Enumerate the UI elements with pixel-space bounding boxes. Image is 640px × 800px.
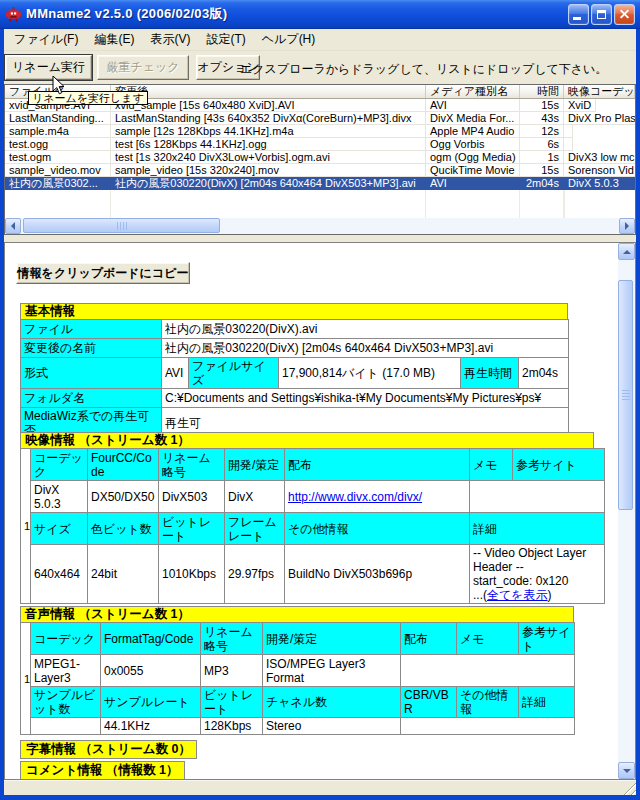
video-fourcc: DX50/DX50 xyxy=(88,481,159,513)
scroll-down-button[interactable] xyxy=(618,762,635,779)
cell-renamed: 社内の風景030220(DivX) [2m04s 640x464 DivX503… xyxy=(111,177,426,190)
window-title: MMname2 v2.5.0 (2006/02/03版) xyxy=(26,5,566,23)
divx-link[interactable]: http://www.divx.com/divx/ xyxy=(288,490,422,504)
value-folder: C:¥Documents and Settings¥ishika-t¥My Do… xyxy=(162,389,569,408)
maximize-button[interactable] xyxy=(591,4,612,25)
value-file: 社内の風景030220(DivX).avi xyxy=(162,320,569,339)
value-format: AVI xyxy=(162,358,189,389)
video-h-distribution: 配布 xyxy=(285,449,470,481)
audio-h-formattag: FormatTag/Code xyxy=(101,623,201,655)
list-item-selected[interactable]: 社内の風景0302... 社内の風景030220(DivX) [2m04s 64… xyxy=(5,177,635,190)
cell-time: 6s xyxy=(520,138,564,151)
list-empty-area xyxy=(5,190,635,218)
chevron-left-icon xyxy=(7,222,15,230)
mouse-cursor-icon xyxy=(52,75,66,96)
file-list: ファイル名 変更後 メディア種別名 時間 映像コーデック xvid_sample… xyxy=(4,84,636,235)
list-item[interactable]: sample_video.mov sample_video [15s 320x2… xyxy=(5,164,635,177)
menu-view[interactable]: 表示(V) xyxy=(142,28,198,51)
status-bar xyxy=(4,780,636,795)
scroll-up-button[interactable] xyxy=(618,243,635,260)
video-h-bitrate: ビットレート xyxy=(159,513,225,545)
video-h-detail: 詳細 xyxy=(470,513,605,545)
copy-to-clipboard-button[interactable]: 情報をクリップボードにコピー xyxy=(16,262,190,284)
video-h-developer: 開発/策定 xyxy=(225,449,285,481)
video-info-header: 映像情報 （ストリーム数 1） xyxy=(20,432,594,449)
audio-codec: MPEG1-Layer3 xyxy=(31,655,101,687)
video-codec: DivX 5.0.3 xyxy=(31,481,88,513)
menu-settings[interactable]: 設定(T) xyxy=(198,28,253,51)
resize-grip[interactable] xyxy=(623,782,636,795)
video-size: 640x464 xyxy=(31,545,88,604)
audio-info-header: 音声情報 （ストリーム数 1） xyxy=(20,606,574,623)
cell-codec: DivX 5.0.3 xyxy=(564,177,624,190)
title-bar: MMname2 v2.5.0 (2006/02/03版) xyxy=(0,0,640,29)
cell-codec xyxy=(564,138,573,151)
vertical-scroll-track[interactable] xyxy=(618,260,635,762)
list-item[interactable]: LastManStanding... LastManStanding [43s … xyxy=(5,112,635,125)
cell-renamed: xvid_sample [15s 640x480 XviD].AVI xyxy=(111,99,426,112)
cell-codec: XviD xyxy=(564,99,596,112)
show-all-link[interactable]: 全てを表示 xyxy=(487,588,548,602)
video-bitrate: 1010Kbps xyxy=(159,545,225,604)
audio-dist-memo-ref-empty xyxy=(401,655,575,687)
audio-samplerate: 44.1KHz xyxy=(101,718,201,735)
chevron-down-icon xyxy=(623,769,631,777)
vertical-scrollbar xyxy=(618,243,635,779)
audio-h-samplebits: サンプルビット数 xyxy=(31,687,101,718)
label-folder: フォルダ名 xyxy=(21,389,162,408)
video-h-renamecode: リネーム略号 xyxy=(159,449,225,481)
video-h-colorbits: 色ビット数 xyxy=(88,513,159,545)
horizontal-scroll-thumb[interactable] xyxy=(23,218,220,233)
video-distribution: http://www.divx.com/divx/ xyxy=(285,481,470,513)
info-panel: 情報をクリップボードにコピー 基本情報 ファイル 社内の風景030220(Div… xyxy=(4,242,636,780)
cell-codec: Sorenson Vid xyxy=(564,164,636,177)
audio-h-channels: チャネル数 xyxy=(263,687,401,718)
menu-help[interactable]: ヘルプ(H) xyxy=(254,28,324,51)
menu-file[interactable]: ファイル(F) xyxy=(6,28,86,51)
video-info-table: 1 コーデック FourCC/Code リネーム略号 開発/策定 配布 メモ 参… xyxy=(20,448,605,604)
label-filesize: ファイルサイズ xyxy=(189,358,279,389)
comment-info-header: コメント情報 （情報数 1） xyxy=(20,761,185,780)
column-header-renamed[interactable]: 変更後 xyxy=(111,85,426,98)
cell-filename: LastManStanding... xyxy=(5,112,111,125)
vertical-scroll-thumb[interactable] xyxy=(618,280,633,510)
video-h-memo: メモ xyxy=(470,449,513,481)
scroll-left-button[interactable] xyxy=(5,218,21,234)
minimize-icon xyxy=(573,17,581,20)
chevron-right-icon xyxy=(625,222,633,230)
audio-info-table: 1 コーデック FormatTag/Code リネーム略号 開発/策定 配布 メ… xyxy=(20,622,575,735)
cell-filename: test.ogm xyxy=(5,151,111,164)
cell-media: DivX Media For... xyxy=(426,112,520,125)
menu-edit[interactable]: 編集(E) xyxy=(86,28,142,51)
cell-time: 15s xyxy=(520,164,564,177)
column-header-media[interactable]: メディア種別名 xyxy=(426,85,520,98)
audio-extra-empty xyxy=(401,718,575,735)
audio-h-other: その他情報 xyxy=(457,687,519,718)
cell-media: ogm (Ogg Media) xyxy=(426,151,520,164)
strict-check-button[interactable]: 厳重チェック xyxy=(97,55,189,80)
minimize-button[interactable] xyxy=(568,4,589,25)
column-header-time[interactable]: 時間 xyxy=(520,85,564,98)
close-button[interactable] xyxy=(614,4,635,25)
window-body: ファイル(F) 編集(E) 表示(V) 設定(T) ヘルプ(H) リネーム実行 … xyxy=(0,29,640,800)
horizontal-scroll-track[interactable] xyxy=(21,218,619,234)
cell-renamed: test [6s 128Kbps 44.1KHz].ogg xyxy=(111,138,426,151)
scroll-right-button[interactable] xyxy=(619,218,635,234)
menu-bar: ファイル(F) 編集(E) 表示(V) 設定(T) ヘルプ(H) xyxy=(4,29,636,51)
audio-formattag: 0x0055 xyxy=(101,655,201,687)
maximize-icon xyxy=(597,10,606,19)
audio-info-section: 音声情報 （ストリーム数 1） 1 コーデック FormatTag/Code リ… xyxy=(20,606,574,735)
column-header-codec[interactable]: 映像コーデック xyxy=(564,85,635,98)
list-item[interactable]: test.ogm test [1s 320x240 DivX3Low+Vorbi… xyxy=(5,151,635,164)
audio-h-detail: 詳細 xyxy=(519,687,575,718)
list-item[interactable]: sample.m4a sample [12s 128Kbps 44.1KHz].… xyxy=(5,125,635,138)
video-developer: DivX xyxy=(225,481,285,513)
video-framerate: 29.97fps xyxy=(225,545,285,604)
rename-execute-button[interactable]: リネーム実行 xyxy=(5,55,92,80)
list-item[interactable]: test.ogg test [6s 128Kbps 44.1KHz].ogg O… xyxy=(5,138,635,151)
cell-media: AVI xyxy=(426,177,520,190)
comment-info-section: コメント情報 （情報数 1） xyxy=(20,761,185,780)
audio-h-refsite: 参考サイト xyxy=(519,623,575,655)
label-playtime: 再生時間 xyxy=(461,358,519,389)
audio-developer: ISO/MPEG Layer3 Format xyxy=(263,655,401,687)
